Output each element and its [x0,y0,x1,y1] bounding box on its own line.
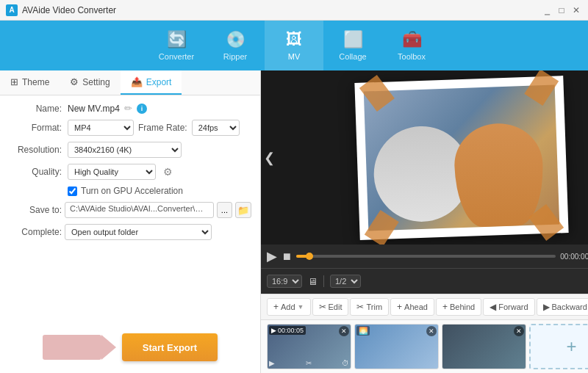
right-panel: ❮ + ❯ ▶ ⏹ [261,70,588,373]
backward-button[interactable]: ▶ Backward [537,298,588,316]
trim-button[interactable]: ✂ Trim [350,298,389,316]
save-path-display: C:\AVAide Studio\AVAI...Converter\MV Exp… [65,202,214,218]
resolution-row: Resolution: 3840x2160 (4K) 1920x1080 (FH… [9,142,251,158]
time-knob [306,253,313,260]
mv-icon: 🖼 [286,30,302,49]
time-slider[interactable] [296,255,556,258]
format-select[interactable]: MP4 AVI MOV MKV [68,120,134,136]
add-dropdown-icon: ▼ [298,303,304,311]
forward-button[interactable]: ◀ Forward [483,298,534,316]
aspect-ratio-select[interactable]: 16:9 4:3 1:1 [267,275,302,288]
stop-button[interactable]: ⏹ [282,250,292,262]
clip-1-timer-icon: ⏱ [342,359,349,367]
save-to-label: Save to: [9,205,62,215]
left-panel: ⊞ Theme ⚙ Setting 📤 Export Name: New MV.… [0,70,261,373]
nav-collage-label: Collage [339,52,366,61]
behind-button[interactable]: + Behind [436,298,481,316]
play-button[interactable]: ▶ [267,248,277,264]
behind-icon: + [442,302,448,312]
timeline-toolbar: + Add ▼ ✂ Edit ✂ Trim + Ahead + [261,294,588,320]
name-input-group: New MV.mp4 ✏ i [68,103,251,114]
settings-form: Name: New MV.mp4 ✏ i Format: MP4 AVI MOV… [0,95,260,325]
clip-1[interactable]: ▶ 00:00:05 ✕ ▶ ✂ ⏱ [267,324,351,369]
time-display: 00:00:00.00/00:00:29.17 [560,253,588,261]
clip-1-icon: ▶ [271,327,276,334]
quality-gear-icon[interactable]: ⚙ [163,166,173,178]
nav-ripper[interactable]: 💿 Ripper [206,21,265,70]
clip-3-close[interactable]: ✕ [514,326,524,336]
ahead-icon: + [397,302,402,312]
clip-2[interactable]: 🌅 ✕ [354,324,439,369]
ripper-icon: 💿 [226,30,245,49]
clip-1-close[interactable]: ✕ [339,326,349,336]
quality-select[interactable]: High Quality Medium Quality Low Quality [68,164,156,180]
timeline-clips: ▶ 00:00:05 ✕ ▶ ✂ ⏱ 🌅 ✕ ✕ [261,320,588,373]
video-preview: ❮ + ❯ [261,70,588,245]
nav-converter[interactable]: 🔄 Converter [147,21,206,70]
app-icon: A [6,4,18,16]
quality-row: Quality: High Quality Medium Quality Low… [9,164,251,180]
trim-icon: ✂ [356,302,364,312]
collage-icon: ⬜ [343,30,363,49]
start-export-button[interactable]: Start Export [122,333,218,361]
gpu-row: Turn on GPU Acceleration [9,186,251,196]
quality-input-group: High Quality Medium Quality Low Quality … [68,164,251,180]
edit-name-icon[interactable]: ✏ [124,103,132,114]
timeline-area: + Add ▼ ✂ Edit ✂ Trim + Ahead + [261,294,588,373]
cat-orange [453,122,545,228]
name-label: Name: [9,104,62,114]
maximize-btn[interactable]: □ [556,4,567,16]
clip-1-play-icon[interactable]: ▶ [269,359,275,367]
nav-toolbox[interactable]: 🧰 Toolbox [382,21,441,70]
nav-mv[interactable]: 🖼 MV [265,21,323,70]
tab-export[interactable]: 📤 Export [121,70,182,95]
nav-converter-label: Converter [159,52,194,61]
monitor-icon: 🖥 [308,276,318,287]
zoom-select[interactable]: 1/2 1/4 1/1 [330,275,361,288]
clip-2-close[interactable]: ✕ [426,326,437,336]
add-clip-button[interactable]: + [529,324,588,369]
nav-collage[interactable]: ⬜ Collage [323,21,382,70]
clip-3[interactable]: ✕ [442,324,526,369]
tab-setting-label: Setting [82,77,110,87]
complete-select[interactable]: Open output folder Do nothing Shut down [65,224,212,240]
add-button[interactable]: + Add ▼ [267,298,311,316]
divider [323,275,324,287]
format-input-group: MP4 AVI MOV MKV Frame Rate: 24fps 30fps … [68,120,251,136]
browse-button[interactable]: ... [217,202,232,218]
toolbox-icon: 🧰 [402,30,422,49]
nav-toolbox-label: Toolbox [398,52,426,61]
resolution-select[interactable]: 3840x2160 (4K) 1920x1080 (FHD) 1280x720 … [68,142,182,158]
clip-1-overlay: ▶ 00:00:05 [269,326,306,335]
edit-button[interactable]: ✂ Edit [312,298,349,316]
name-row: Name: New MV.mp4 ✏ i [9,103,251,114]
main-content: ⊞ Theme ⚙ Setting 📤 Export Name: New MV.… [0,70,588,373]
close-btn[interactable]: ✕ [570,4,582,16]
backward-icon: ▶ [543,302,550,312]
title-bar: A AVAide Video Converter ⎯ □ ✕ [0,0,588,21]
clip-1-duration: 00:00:05 [278,327,304,334]
tab-theme[interactable]: ⊞ Theme [0,70,60,95]
forward-icon: ◀ [490,302,496,312]
prev-arrow-icon[interactable]: ❮ [264,150,275,166]
name-value: New MV.mp4 [68,104,120,114]
add-icon: + [273,302,279,312]
frame-rate-select[interactable]: 24fps 30fps 60fps [192,120,240,136]
resolution-label: Resolution: [9,145,62,155]
nav-bar: 🔄 Converter 💿 Ripper 🖼 MV ⬜ Collage 🧰 To… [0,21,588,70]
minimize-btn[interactable]: ⎯ [541,4,553,16]
arrow-head [101,335,116,360]
clip-1-cut-icon[interactable]: ✂ [306,359,312,367]
arrow-indicator [43,335,116,360]
tab-setting[interactable]: ⚙ Setting [60,70,120,95]
complete-label: Complete: [9,227,62,237]
clip-2-type-icon: 🌅 [356,326,370,336]
ahead-button[interactable]: + Ahead [390,298,434,316]
info-icon[interactable]: i [137,104,147,114]
tab-theme-label: Theme [22,77,49,87]
open-folder-icon[interactable]: 📁 [235,202,251,218]
gpu-checkbox[interactable] [68,186,77,196]
resolution-input-group: 3840x2160 (4K) 1920x1080 (FHD) 1280x720 … [68,142,251,158]
complete-row: Complete: Open output folder Do nothing … [9,224,251,240]
format-row: Format: MP4 AVI MOV MKV Frame Rate: 24fp… [9,120,251,136]
